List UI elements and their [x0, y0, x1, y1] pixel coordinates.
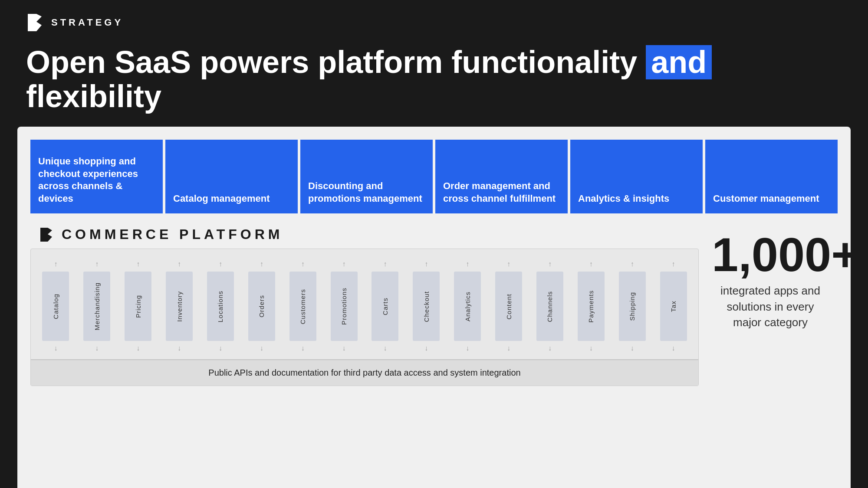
api-column-label-catalog: Catalog — [52, 294, 59, 319]
api-column-label-customers: Customers — [299, 289, 306, 324]
platform-main: COMMERCE PLATFORM ↑Catalog↓↑Merchandisin… — [30, 222, 699, 386]
api-column-shipping: ↑Shipping↓ — [612, 258, 653, 355]
api-column-pricing: ↑Pricing↓ — [118, 258, 159, 355]
api-column-label-content: Content — [505, 294, 513, 320]
arrow-down-2: ↓ — [136, 344, 140, 352]
right-stat-area: 1,000+ integrated apps and solutions in … — [699, 222, 838, 339]
arrow-down-8: ↓ — [383, 344, 387, 352]
headline-part1: Open SaaS powers platform functionality — [26, 45, 646, 79]
feature-tile-1: Unique shopping and checkout experiences… — [30, 140, 163, 213]
api-column-label-locations: Locations — [217, 291, 224, 322]
api-column-box-merchandising: Merchandising — [83, 272, 110, 341]
b-logo-icon — [26, 13, 45, 32]
api-column-merchandising: ↑Merchandising↓ — [76, 258, 118, 355]
arrow-down-14: ↓ — [631, 344, 634, 352]
feature-tile-5: Analytics & insights — [570, 140, 703, 213]
arrow-up-1: ↑ — [95, 260, 99, 268]
api-column-box-tax: Tax — [660, 272, 687, 341]
feature-tile-6: Customer management — [705, 140, 838, 213]
feature-tile-2: Catalog management — [165, 140, 298, 213]
api-column-box-customers: Customers — [289, 272, 316, 341]
api-column-payments: ↑Payments↓ — [570, 258, 612, 355]
arrow-down-13: ↓ — [589, 344, 593, 352]
arrow-up-11: ↑ — [507, 260, 510, 268]
arrow-down-10: ↓ — [466, 344, 469, 352]
arrow-up-14: ↑ — [631, 260, 634, 268]
api-column-carts: ↑Carts↓ — [365, 258, 406, 355]
headline-highlight: and — [646, 45, 712, 79]
stat-description: integrated apps and solutions in every m… — [712, 283, 829, 330]
api-column-box-catalog: Catalog — [42, 272, 69, 341]
api-column-label-payments: Payments — [587, 290, 595, 323]
api-column-box-orders: Orders — [248, 272, 275, 341]
api-column-label-pricing: Pricing — [135, 295, 142, 318]
arrow-up-4: ↑ — [219, 260, 222, 268]
main-headline: Open SaaS powers platform functionality … — [26, 45, 842, 114]
logo-area: STRATEGY — [26, 13, 123, 32]
feature-tile-3: Discounting and promotions management — [300, 140, 433, 213]
arrow-up-6: ↑ — [301, 260, 305, 268]
platform-title: COMMERCE PLATFORM — [62, 226, 283, 242]
api-column-box-analytics: Analytics — [454, 272, 481, 341]
api-column-customers: ↑Customers↓ — [282, 258, 323, 355]
api-column-box-channels: Channels — [536, 272, 563, 341]
headline-part2: flexibility — [26, 79, 161, 114]
api-columns-row: ↑Catalog↓↑Merchandising↓↑Pricing↓↑Invent… — [31, 249, 698, 360]
feature-tile-4: Order management and cross channel fulfi… — [435, 140, 568, 213]
arrow-down-6: ↓ — [301, 344, 305, 352]
api-column-label-analytics: Analytics — [464, 291, 471, 321]
api-column-box-payments: Payments — [578, 272, 605, 341]
svg-marker-0 — [28, 14, 42, 31]
api-column-label-orders: Orders — [258, 295, 265, 318]
platform-header: COMMERCE PLATFORM — [30, 222, 699, 249]
platform-b-icon — [39, 227, 55, 242]
arrow-up-3: ↑ — [178, 260, 181, 268]
api-column-box-pricing: Pricing — [125, 272, 151, 341]
arrow-up-15: ↑ — [672, 260, 675, 268]
api-column-catalog: ↑Catalog↓ — [35, 258, 76, 355]
arrow-down-5: ↓ — [260, 344, 263, 352]
api-column-content: ↑Content↓ — [488, 258, 529, 355]
api-column-label-shipping: Shipping — [628, 292, 636, 321]
api-column-label-checkout: Checkout — [423, 291, 430, 322]
arrow-up-12: ↑ — [548, 260, 552, 268]
svg-marker-1 — [40, 228, 52, 242]
arrow-down-4: ↓ — [219, 344, 222, 352]
arrow-up-7: ↑ — [342, 260, 346, 268]
api-column-checkout: ↑Checkout↓ — [406, 258, 447, 355]
apis-grid: ↑Catalog↓↑Merchandising↓↑Pricing↓↑Invent… — [30, 249, 699, 386]
arrow-down-12: ↓ — [548, 344, 552, 352]
arrow-up-2: ↑ — [136, 260, 140, 268]
api-column-box-content: Content — [495, 272, 522, 341]
arrow-down-0: ↓ — [54, 344, 57, 352]
api-column-tax: ↑Tax↓ — [653, 258, 694, 355]
top-bar: STRATEGY — [0, 0, 868, 41]
arrow-down-15: ↓ — [672, 344, 675, 352]
apis-footer-text: Public APIs and documentation for third … — [31, 360, 698, 386]
api-column-box-inventory: Inventory — [166, 272, 193, 341]
api-column-channels: ↑Channels↓ — [529, 258, 571, 355]
feature-tiles-row: Unique shopping and checkout experiences… — [30, 140, 838, 213]
api-column-label-merchandising: Merchandising — [93, 282, 101, 331]
arrow-up-13: ↑ — [589, 260, 593, 268]
arrow-down-9: ↓ — [424, 344, 428, 352]
arrow-down-11: ↓ — [507, 344, 510, 352]
api-column-label-carts: Carts — [381, 298, 389, 315]
arrow-up-8: ↑ — [383, 260, 387, 268]
api-column-box-locations: Locations — [207, 272, 234, 341]
arrow-down-7: ↓ — [342, 344, 346, 352]
api-column-locations: ↑Locations↓ — [200, 258, 241, 355]
api-column-label-inventory: Inventory — [176, 291, 183, 322]
strategy-label: STRATEGY — [51, 17, 123, 28]
main-content-card: Unique shopping and checkout experiences… — [17, 127, 851, 488]
api-column-orders: ↑Orders↓ — [241, 258, 282, 355]
headline-area: Open SaaS powers platform functionality … — [0, 41, 868, 127]
arrow-up-0: ↑ — [54, 260, 57, 268]
arrow-up-9: ↑ — [424, 260, 428, 268]
api-column-box-shipping: Shipping — [619, 272, 646, 341]
api-column-inventory: ↑Inventory↓ — [159, 258, 200, 355]
api-column-promotions: ↑Promotions↓ — [323, 258, 365, 355]
arrow-down-1: ↓ — [95, 344, 99, 352]
api-column-label-promotions: Promotions — [340, 288, 348, 325]
api-column-label-tax: Tax — [670, 301, 677, 312]
